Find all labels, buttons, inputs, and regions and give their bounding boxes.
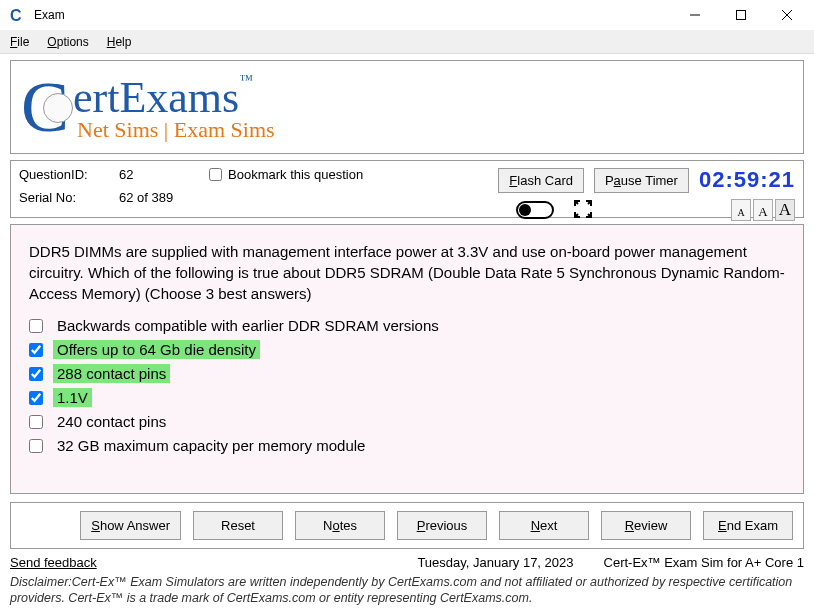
font-size-small[interactable]: A [731, 199, 751, 221]
next-button[interactable]: Next [499, 511, 589, 540]
bookmark-wrap: Bookmark this question [209, 167, 363, 182]
answer-row: 1.1V [29, 388, 785, 407]
logo-main-text: ertExams™ [73, 72, 275, 123]
font-size-controls: A A A [731, 199, 795, 221]
question-panel: DDR5 DIMMs are supplied with management … [10, 224, 804, 494]
answer-checkbox[interactable] [29, 343, 43, 357]
menu-help[interactable]: Help [107, 35, 132, 49]
logo-text: ertExams™ Net Sims | Exam Sims [73, 72, 275, 143]
font-size-large[interactable]: A [775, 199, 795, 221]
answers-container: Backwards compatible with earlier DDR SD… [29, 316, 785, 455]
question-id-label: QuestionID: [19, 167, 119, 182]
previous-button[interactable]: Previous [397, 511, 487, 540]
review-button[interactable]: Review [601, 511, 691, 540]
logo-section: C ertExams™ Net Sims | Exam Sims [10, 60, 804, 154]
bookmark-checkbox[interactable] [209, 168, 222, 181]
footer-row: Send feedback Tuesday, January 17, 2023 … [10, 555, 804, 570]
menu-options[interactable]: Options [47, 35, 88, 49]
maximize-button[interactable] [718, 0, 764, 30]
answer-checkbox[interactable] [29, 415, 43, 429]
answer-checkbox[interactable] [29, 391, 43, 405]
question-id-value: 62 [119, 167, 209, 182]
serial-no-value: 62 of 389 [119, 190, 209, 205]
titlebar: C Exam [0, 0, 814, 30]
answer-checkbox[interactable] [29, 439, 43, 453]
bookmark-label: Bookmark this question [228, 167, 363, 182]
show-answer-button[interactable]: Show Answer [80, 511, 181, 540]
menu-file[interactable]: File [10, 35, 29, 49]
window-controls [672, 0, 810, 30]
reset-button[interactable]: Reset [193, 511, 283, 540]
answer-text[interactable]: Backwards compatible with earlier DDR SD… [53, 316, 443, 335]
font-size-medium[interactable]: A [753, 199, 773, 221]
footer-sim-name: Cert-Ex™ Exam Sim for A+ Core 1 [604, 555, 804, 570]
answer-text[interactable]: Offers up to 64 Gb die density [53, 340, 260, 359]
notes-button[interactable]: Notes [295, 511, 385, 540]
answer-checkbox[interactable] [29, 319, 43, 333]
answer-row: Backwards compatible with earlier DDR SD… [29, 316, 785, 335]
answer-row: 32 GB maximum capacity per memory module [29, 436, 785, 455]
answer-text[interactable]: 240 contact pins [53, 412, 170, 431]
footer-date: Tuesday, January 17, 2023 [417, 555, 573, 570]
answer-row: 240 contact pins [29, 412, 785, 431]
logo-c-icon: C [21, 71, 69, 143]
flash-card-button[interactable]: Flash Card [498, 168, 584, 193]
minimize-button[interactable] [672, 0, 718, 30]
answer-text[interactable]: 1.1V [53, 388, 92, 407]
app-icon: C [10, 7, 26, 23]
info-bar: QuestionID: 62 Serial No: 62 of 389 Book… [10, 160, 804, 218]
info-left: QuestionID: 62 Serial No: 62 of 389 [19, 167, 209, 205]
answer-row: 288 contact pins [29, 364, 785, 383]
disclaimer-text: Disclaimer:Cert-Ex™ Exam Simulators are … [10, 574, 804, 607]
serial-no-label: Serial No: [19, 190, 119, 205]
answer-checkbox[interactable] [29, 367, 43, 381]
end-exam-button[interactable]: End Exam [703, 511, 793, 540]
answer-text[interactable]: 32 GB maximum capacity per memory module [53, 436, 369, 455]
menubar: File Options Help [0, 30, 814, 54]
answer-row: Offers up to 64 Gb die density [29, 340, 785, 359]
question-text: DDR5 DIMMs are supplied with management … [29, 241, 785, 304]
answer-text[interactable]: 288 contact pins [53, 364, 170, 383]
fullscreen-icon[interactable] [574, 200, 592, 221]
close-button[interactable] [764, 0, 810, 30]
window-title: Exam [34, 8, 672, 22]
pause-timer-button[interactable]: Pause Timer [594, 168, 689, 193]
timer-display: 02:59:21 [699, 167, 795, 193]
bottom-buttons: Show Answer Reset Notes Previous Next Re… [10, 502, 804, 549]
info-right: Flash Card Pause Timer 02:59:21 A A A [498, 167, 795, 221]
svg-rect-1 [737, 11, 746, 20]
toggle-switch[interactable] [516, 201, 554, 219]
send-feedback-link[interactable]: Send feedback [10, 555, 97, 570]
